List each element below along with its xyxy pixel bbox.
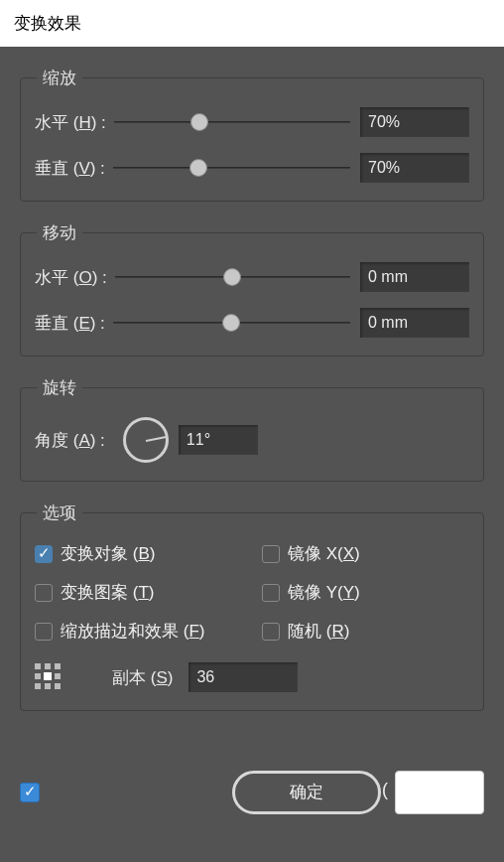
- scale-legend: 缩放: [37, 67, 82, 89]
- checkbox-icon[interactable]: [35, 545, 53, 563]
- scale-h-slider[interactable]: [114, 112, 350, 132]
- checkbox-icon[interactable]: [262, 545, 280, 563]
- opt-scale-strokes[interactable]: 缩放描边和效果 (F): [35, 620, 242, 643]
- checkbox-icon[interactable]: [35, 623, 53, 641]
- move-v-input[interactable]: [360, 308, 469, 338]
- copies-label: 副本 (S): [112, 666, 173, 689]
- slider-thumb[interactable]: [223, 268, 241, 286]
- checkbox-icon[interactable]: [262, 623, 280, 641]
- bottom-bar: 确定: [0, 751, 504, 834]
- move-v-label: 垂直 (E) :: [35, 312, 105, 335]
- options-group: 选项 变换对象 (B) 镜像 X(X) 变换图案 (T) 镜像 Y(Y) 缩放描…: [20, 502, 484, 711]
- options-grid: 变换对象 (B) 镜像 X(X) 变换图案 (T) 镜像 Y(Y) 缩放描边和效…: [35, 542, 469, 643]
- dialog-title: 变换效果: [0, 0, 504, 47]
- opt-transform-object[interactable]: 变换对象 (B): [35, 542, 242, 565]
- copies-input[interactable]: [189, 662, 298, 692]
- checkbox-label: 缩放描边和效果 (F): [61, 620, 204, 643]
- move-h-slider[interactable]: [115, 267, 350, 287]
- slider-thumb[interactable]: [190, 113, 208, 131]
- checkbox-icon[interactable]: [262, 584, 280, 602]
- cancel-button[interactable]: [395, 771, 484, 814]
- anchor-copies-row: 副本 (S): [35, 662, 469, 692]
- preview-checkbox[interactable]: [20, 783, 40, 802]
- checkbox-label: 镜像 X(X): [288, 542, 360, 565]
- dialog-title-text: 变换效果: [14, 14, 81, 33]
- slider-thumb[interactable]: [189, 159, 207, 177]
- scale-v-slider[interactable]: [113, 158, 350, 178]
- rotate-group: 旋转 角度 (A) :: [20, 376, 484, 482]
- dialog-content: 缩放 水平 (H) : 垂直 (V) : 移动: [0, 47, 504, 751]
- rotate-label: 角度 (A) :: [35, 429, 105, 452]
- options-legend: 选项: [37, 502, 82, 524]
- move-legend: 移动: [37, 221, 82, 244]
- anchor-point-selector[interactable]: [35, 663, 63, 691]
- opt-transform-pattern[interactable]: 变换图案 (T): [35, 581, 242, 604]
- move-h-row: 水平 (O) :: [35, 262, 469, 292]
- move-h-input[interactable]: [360, 262, 469, 292]
- scale-group: 缩放 水平 (H) : 垂直 (V) :: [20, 67, 484, 202]
- scale-v-row: 垂直 (V) :: [35, 153, 469, 183]
- scale-v-label: 垂直 (V) :: [35, 157, 105, 180]
- angle-dial[interactable]: [123, 417, 169, 463]
- rotate-row: 角度 (A) :: [35, 417, 469, 463]
- checkbox-label: 变换图案 (T): [61, 581, 154, 604]
- opt-random[interactable]: 随机 (R): [262, 620, 469, 643]
- angle-dial-hand: [146, 436, 168, 442]
- move-v-slider[interactable]: [113, 313, 350, 333]
- copies-wrap: 副本 (S): [112, 662, 298, 692]
- move-group: 移动 水平 (O) : 垂直 (E) :: [20, 221, 484, 357]
- opt-reflect-y[interactable]: 镜像 Y(Y): [262, 581, 469, 604]
- checkbox-label: 随机 (R): [288, 620, 349, 643]
- move-h-label: 水平 (O) :: [35, 266, 107, 289]
- slider-thumb[interactable]: [222, 314, 240, 332]
- scale-h-row: 水平 (H) :: [35, 107, 469, 137]
- move-v-row: 垂直 (E) :: [35, 308, 469, 338]
- opt-reflect-x[interactable]: 镜像 X(X): [262, 542, 469, 565]
- checkbox-label: 变换对象 (B): [61, 542, 155, 565]
- scale-h-label: 水平 (H) :: [35, 111, 106, 134]
- checkbox-icon[interactable]: [35, 584, 53, 602]
- scale-h-input[interactable]: [360, 107, 469, 137]
- checkbox-label: 镜像 Y(Y): [288, 581, 360, 604]
- scale-v-input[interactable]: [360, 153, 469, 183]
- ok-button[interactable]: 确定: [232, 771, 381, 814]
- rotate-input[interactable]: [179, 425, 258, 455]
- rotate-legend: 旋转: [37, 376, 82, 399]
